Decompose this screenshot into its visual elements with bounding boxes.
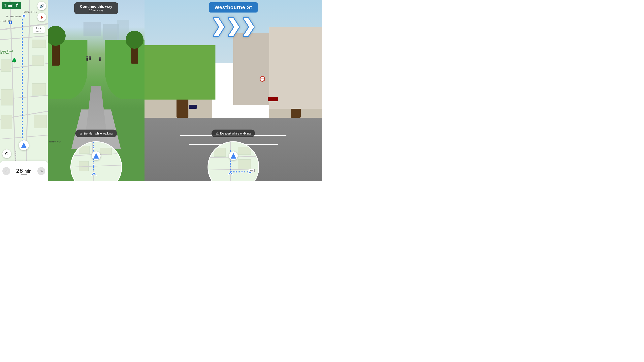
compass-icon: ▲ xyxy=(39,14,44,20)
alert-badge-right: ⚠ Be alert while walking xyxy=(212,130,255,137)
bg-building-3 xyxy=(84,22,101,36)
alert-badge-middle: ⚠ Be alert while walking xyxy=(75,130,117,137)
swap-route-button[interactable]: ⇅ xyxy=(37,167,45,175)
mini-nav-arrow-shape-right xyxy=(230,153,236,159)
chevron-2: ❯ xyxy=(226,17,241,35)
ickworth-walk-label: ckworth Walk xyxy=(49,141,61,143)
time-value: 28 xyxy=(16,167,23,174)
continue-distance: 0.3 mi away xyxy=(78,9,114,12)
pedestrian-1 xyxy=(86,58,88,61)
svg-rect-11 xyxy=(1,89,13,105)
svg-rect-21 xyxy=(79,161,88,171)
grass-right xyxy=(105,40,144,99)
reformers-tree-label: Reformers Tree xyxy=(23,11,36,13)
then-label: Then xyxy=(4,3,14,8)
direction-chevrons: ❯ ❯ ❯ xyxy=(211,17,256,35)
svg-rect-8 xyxy=(32,40,46,48)
slower-line2: slower xyxy=(35,29,43,32)
parade-ground-label: Parade Ground,Hyde Park xyxy=(0,50,13,54)
svg-point-45 xyxy=(241,171,243,173)
time-unit: min xyxy=(24,169,32,174)
location-target-button[interactable]: ⊙ xyxy=(2,149,11,158)
bg-tree-1 xyxy=(52,36,60,65)
bg-building-1 xyxy=(103,24,119,40)
svg-rect-34 xyxy=(238,159,251,169)
pedestrian-2 xyxy=(90,57,91,60)
svg-rect-14 xyxy=(34,115,47,128)
svg-rect-9 xyxy=(1,60,11,71)
continue-title: Continue this way xyxy=(78,4,114,9)
mini-nav-arrow-shape-middle xyxy=(94,153,99,159)
alert-icon-middle: ⚠ xyxy=(80,131,82,135)
svg-rect-10 xyxy=(32,56,44,65)
street-name-text: Westbourne St xyxy=(214,4,252,10)
svg-rect-19 xyxy=(79,146,89,154)
svg-line-7 xyxy=(0,135,48,139)
time-display: 28 min xyxy=(10,167,37,175)
slower-badge: 1 min slower xyxy=(33,26,45,33)
car-1 xyxy=(189,105,197,109)
mini-nav-arrow-right xyxy=(229,151,238,160)
bg-tree-2 xyxy=(131,40,138,63)
svg-point-26 xyxy=(93,147,94,149)
alert-text-middle: Be alert while walking xyxy=(84,132,112,135)
street-name-sign: Westbourne St xyxy=(209,2,258,12)
left-map-panel: Then ↱ 🔊 ▲ 1 min slower Reformers Tree E… xyxy=(0,0,48,181)
park-tree-icon: 🌲 xyxy=(12,58,17,63)
continue-card: Continue this way 0.3 mi away xyxy=(74,2,118,14)
right-ar-panel: Westbourne St ❯ ❯ ❯ ⚠ Be alert while wal… xyxy=(144,0,322,181)
swap-icon: ⇅ xyxy=(40,169,43,173)
alert-text-right: Be alert while walking xyxy=(220,132,251,135)
svg-rect-32 xyxy=(214,148,226,157)
travel-time: 28 min xyxy=(10,167,37,174)
current-location-marker xyxy=(19,140,29,150)
nav-arrow xyxy=(21,142,27,148)
alert-icon-right: ⚠ xyxy=(216,131,219,135)
location-target-icon: ⊙ xyxy=(5,151,8,156)
bottom-navigation-bar: ✕ 28 min ⇅ xyxy=(0,161,48,181)
mini-map-middle xyxy=(70,141,122,181)
sound-button[interactable]: 🔊 xyxy=(37,1,46,10)
middle-ar-panel: ckworth Walk Continue this way 0.3 mi aw… xyxy=(48,0,144,181)
street-building-right xyxy=(269,27,322,109)
mini-nav-arrow-middle xyxy=(92,151,100,160)
road-restriction-sign xyxy=(260,76,265,82)
svg-rect-13 xyxy=(1,115,12,129)
svg-rect-12 xyxy=(32,83,46,95)
svg-point-43 xyxy=(230,163,231,164)
pedestrian-3 xyxy=(100,58,100,61)
svg-rect-20 xyxy=(100,148,112,155)
street-building-mid xyxy=(233,32,269,105)
mini-map-inner-middle xyxy=(71,142,121,181)
chevron-1: ❯ xyxy=(211,17,226,35)
time-progress-bar xyxy=(21,174,27,175)
svg-line-1 xyxy=(0,36,48,40)
chevron-3: ❯ xyxy=(241,17,256,35)
sound-icon: 🔊 xyxy=(39,3,44,8)
svg-text:A402: A402 xyxy=(250,170,254,171)
svg-rect-33 xyxy=(238,147,251,155)
compass-button[interactable]: ▲ xyxy=(37,13,46,21)
svg-line-3 xyxy=(26,0,30,181)
slower-line1: 1 min xyxy=(35,27,43,29)
reformers-tree-marker xyxy=(22,14,26,18)
svg-point-29 xyxy=(93,164,94,166)
svg-point-44 xyxy=(235,171,237,173)
then-turn-icon: ↱ xyxy=(15,3,19,8)
close-navigation-button[interactable]: ✕ xyxy=(2,167,10,175)
close-icon: ✕ xyxy=(5,169,8,173)
street-greenery xyxy=(144,45,216,99)
toilet-icon: 🚹 xyxy=(9,21,12,24)
mini-map-svg-middle xyxy=(71,142,121,181)
then-button[interactable]: Then ↱ xyxy=(2,1,21,9)
car-2 xyxy=(268,97,278,101)
